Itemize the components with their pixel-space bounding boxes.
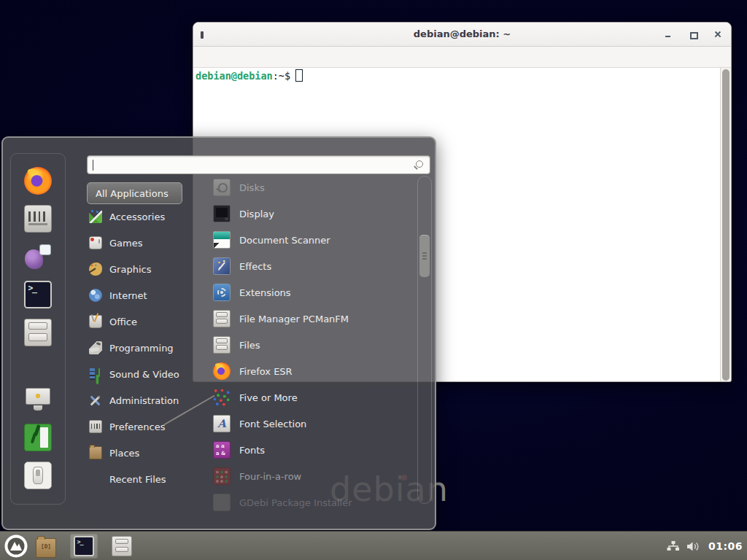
category-label: Programming bbox=[109, 343, 174, 354]
category-list-games[interactable]: Games bbox=[85, 230, 209, 256]
category-list-preferences[interactable]: Preferences bbox=[85, 413, 209, 440]
app-list-firefox-esr[interactable]: Firefox ESR bbox=[210, 358, 413, 384]
taskbar-launchers-file-manager[interactable] bbox=[32, 534, 60, 559]
favorites-column-files[interactable] bbox=[24, 319, 52, 346]
category-list-internet[interactable]: Internet bbox=[85, 282, 209, 308]
app-label: File Manager PCManFM bbox=[239, 314, 349, 324]
prompt-suffix: :~$ bbox=[273, 70, 290, 82]
category-list-recent-files[interactable]: Recent Files bbox=[85, 466, 209, 492]
app-list-disks[interactable]: Disks bbox=[210, 174, 413, 201]
disks-icon bbox=[213, 179, 231, 196]
gdebi-icon bbox=[213, 494, 231, 511]
terminal-scrollbar-thumb[interactable] bbox=[722, 69, 729, 381]
places-icon bbox=[89, 446, 102, 459]
category-label: Administration bbox=[109, 395, 179, 406]
firefox-icon bbox=[213, 362, 231, 380]
app-list-font-selection[interactable]: Font Selection bbox=[210, 411, 413, 437]
category-list: Accessories Games Graphics Internet Offi… bbox=[85, 203, 209, 492]
app-list-four-in-a-row[interactable]: Four-in-a-row bbox=[210, 463, 413, 489]
app-list-extensions[interactable]: Extensions bbox=[210, 279, 413, 306]
terminal-title: debian@debian: ~ bbox=[193, 28, 731, 39]
category-list-places[interactable]: Places bbox=[85, 440, 209, 466]
category-list-graphics[interactable]: Graphics bbox=[85, 256, 209, 282]
firefox-icon bbox=[24, 167, 52, 195]
four-in-a-row-icon bbox=[213, 467, 231, 485]
window-controls bbox=[664, 23, 722, 46]
taskbar-launchers-terminal[interactable] bbox=[70, 534, 98, 559]
programming-icon bbox=[89, 341, 102, 354]
category-label: Sound & Video bbox=[109, 369, 179, 380]
app-label: Firefox ESR bbox=[239, 366, 293, 377]
terminal-prompt: debian@debian:~$ bbox=[196, 69, 303, 82]
fonts-icon bbox=[213, 441, 231, 459]
close-icon[interactable] bbox=[713, 30, 722, 39]
category-list-accessories[interactable]: Accessories bbox=[85, 203, 209, 230]
app-label: Files bbox=[239, 340, 260, 351]
category-list-sound-video[interactable]: Sound & Video bbox=[85, 361, 209, 387]
distro-logo-icon bbox=[4, 534, 28, 558]
category-label: Office bbox=[109, 316, 137, 327]
search-input[interactable] bbox=[87, 155, 430, 174]
taskbar-clock[interactable]: 01:06 bbox=[708, 540, 743, 552]
category-list-office[interactable]: Office bbox=[85, 308, 209, 335]
menu-button[interactable] bbox=[4, 534, 28, 558]
favorites-column-terminal[interactable] bbox=[24, 281, 52, 308]
app-label: Fonts bbox=[239, 445, 265, 456]
desktop: debian debian@debian: ~ debian@debian:~$ bbox=[0, 0, 747, 560]
volume-icon[interactable] bbox=[686, 541, 700, 552]
prompt-user-host: debian@debian bbox=[196, 70, 273, 82]
administration-icon bbox=[89, 394, 102, 407]
application-menu: All Applications Accessories Games Graph… bbox=[1, 136, 436, 530]
favorites-column-log-out[interactable] bbox=[24, 424, 52, 451]
app-label: GDebi Package Installer bbox=[239, 497, 352, 508]
terminal-titlebar[interactable]: debian@debian: ~ bbox=[193, 23, 731, 47]
app-list-fonts[interactable]: Fonts bbox=[210, 437, 413, 463]
graphics-icon bbox=[89, 262, 102, 276]
terminal-menubar bbox=[193, 47, 731, 68]
app-label: Disks bbox=[239, 182, 265, 193]
app-list-file-manager-pcmanfm[interactable]: File Manager PCManFM bbox=[210, 306, 413, 332]
category-label: Places bbox=[109, 448, 139, 459]
folder-icon bbox=[36, 538, 56, 558]
favorites-column-firefox[interactable] bbox=[24, 167, 52, 195]
app-label: Four-in-a-row bbox=[239, 471, 301, 482]
app-list-document-scanner[interactable]: Document Scanner bbox=[210, 227, 413, 253]
favorites-column-lock-screen[interactable] bbox=[24, 386, 52, 413]
app-list-five-or-more[interactable]: Five or More bbox=[210, 384, 413, 411]
favorites-column-pidgin[interactable] bbox=[24, 243, 52, 271]
app-label: Effects bbox=[239, 261, 271, 272]
category-label: Recent Files bbox=[109, 474, 166, 485]
network-icon[interactable] bbox=[667, 540, 680, 552]
file-cabinet-icon bbox=[213, 310, 231, 327]
power-icon bbox=[24, 462, 52, 489]
category-list-programming[interactable]: Programming bbox=[85, 335, 209, 361]
minimize-icon[interactable] bbox=[664, 30, 673, 39]
category-label: Accessories bbox=[109, 211, 165, 222]
app-list-effects[interactable]: Effects bbox=[210, 253, 413, 279]
menu-scrollbar-track[interactable] bbox=[417, 176, 432, 504]
taskbar-launchers-files[interactable] bbox=[108, 534, 136, 559]
maximize-icon[interactable] bbox=[689, 30, 697, 39]
lock-screen-icon bbox=[24, 386, 52, 413]
all-applications-button[interactable]: All Applications bbox=[87, 182, 182, 204]
app-list-files[interactable]: Files bbox=[210, 332, 413, 358]
text-caret bbox=[93, 160, 93, 171]
terminal-icon bbox=[74, 536, 94, 556]
category-label: Preferences bbox=[109, 421, 165, 432]
system-tray: 01:06 bbox=[667, 532, 743, 560]
favorites-column-power[interactable] bbox=[24, 462, 52, 489]
file-cabinet-icon bbox=[24, 319, 52, 346]
app-label: Font Selection bbox=[239, 419, 306, 429]
search-icon bbox=[413, 160, 424, 171]
app-list-display[interactable]: Display bbox=[210, 201, 413, 227]
favorites-column-control-panel[interactable] bbox=[24, 205, 52, 233]
internet-icon bbox=[89, 289, 102, 302]
favorites-column bbox=[10, 153, 66, 505]
terminal-scrollbar[interactable] bbox=[720, 68, 731, 382]
menu-scrollbar-thumb[interactable] bbox=[419, 235, 430, 277]
five-or-more-icon bbox=[213, 389, 231, 406]
preferences-icon bbox=[89, 420, 102, 433]
office-icon bbox=[89, 315, 102, 328]
log-out-icon bbox=[24, 424, 52, 451]
app-list-gdebi-package-installer[interactable]: GDebi Package Installer bbox=[210, 489, 413, 516]
